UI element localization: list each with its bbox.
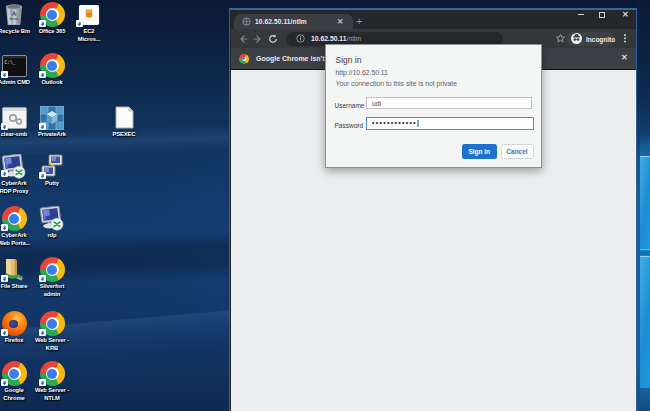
svg-text:C:\_: C:\_ (4, 59, 15, 64)
